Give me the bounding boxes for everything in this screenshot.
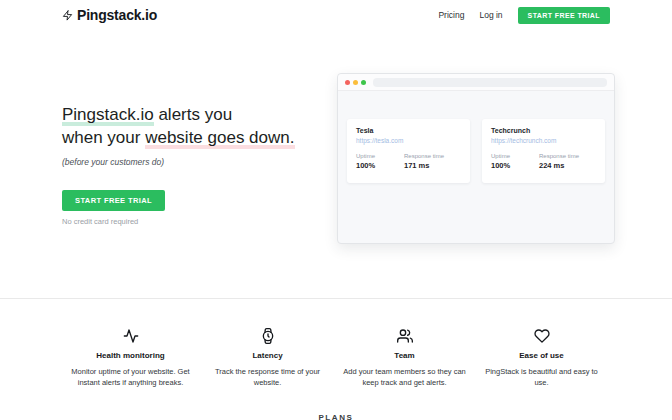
feature-description: Add your team members so they can keep t… [342,366,467,388]
activity-icon [68,328,193,344]
uptime-value: 100% [356,161,404,170]
feature-title: Team [342,351,467,360]
uptime-label: Uptime [491,153,539,159]
feature-title: Latency [205,351,330,360]
feature-title: Health monitoring [68,351,193,360]
response-time-label: Response time [539,153,587,159]
browser-body: Tesla https://tesla.com Uptime 100% Resp… [338,91,614,183]
hero-section: Pingstack.io alerts you when your websit… [0,30,672,298]
hero-title-highlight-pink: website goes down. [145,128,294,149]
hero-start-trial-button[interactable]: START FREE TRIAL [62,190,165,211]
hero-copy: Pingstack.io alerts you when your websit… [62,103,322,226]
feature-ease-of-use: Ease of use PingStack is beautiful and e… [473,328,610,388]
feature-description: PingStack is beautiful and easy to use. [479,366,604,388]
close-dot-icon [345,80,350,85]
site-url-link: https://tesla.com [356,137,461,144]
logo[interactable]: Pingstack.io [62,7,157,23]
header-nav: Pricing Log in START FREE TRIAL [438,7,610,24]
header-start-trial-button[interactable]: START FREE TRIAL [518,7,610,24]
zap-icon [62,9,73,22]
uptime-label: Uptime [356,153,404,159]
hero-note: No credit card required [62,217,322,226]
plans-section-label: PLANS [0,413,672,420]
watch-icon [205,328,330,344]
hero-title: Pingstack.io alerts you when your websit… [62,103,322,149]
browser-url-bar [373,78,607,87]
site-card-techcrunch: Techcrunch https://techcrunch.com Uptime… [482,119,605,183]
response-time-value: 171 ms [404,161,452,170]
nav-login-link[interactable]: Log in [479,10,502,20]
features-section: Health monitoring Monitor uptime of your… [0,298,672,420]
maximize-dot-icon [361,80,366,85]
minimize-dot-icon [353,80,358,85]
hero-title-highlight-green: Pingstack.io [62,105,154,126]
feature-title: Ease of use [479,351,604,360]
feature-latency: Latency Track the response time of your … [199,328,336,388]
site-name: Tesla [356,127,461,134]
site-url-link: https://techcrunch.com [491,137,596,144]
feature-health-monitoring: Health monitoring Monitor uptime of your… [62,328,199,388]
hero-subtitle: (before your customers do) [62,157,322,167]
users-icon [342,328,467,344]
browser-titlebar [338,74,614,91]
site-name: Techcrunch [491,127,596,134]
feature-team: Team Add your team members so they can k… [336,328,473,388]
heart-icon [479,328,604,344]
header: Pingstack.io Pricing Log in START FREE T… [0,0,672,30]
logo-text: Pingstack.io [77,7,157,23]
nav-pricing-link[interactable]: Pricing [438,10,464,20]
uptime-value: 100% [491,161,539,170]
hero-title-text: alerts you [154,105,232,124]
browser-mockup: Tesla https://tesla.com Uptime 100% Resp… [337,73,615,244]
hero-title-text-2: when your [62,128,145,147]
feature-description: Track the response time of your website. [205,366,330,388]
response-time-value: 224 ms [539,161,587,170]
site-card-tesla: Tesla https://tesla.com Uptime 100% Resp… [347,119,470,183]
traffic-light-dots [345,80,366,85]
response-time-label: Response time [404,153,452,159]
feature-description: Monitor uptime of your website. Get inst… [68,366,193,388]
